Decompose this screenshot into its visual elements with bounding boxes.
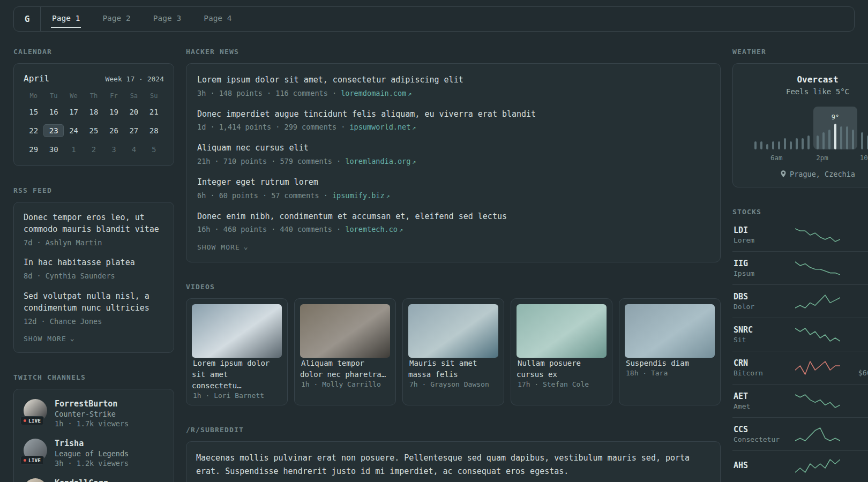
source-link[interactable]: loremdomain.com↗	[341, 89, 411, 97]
page-tab-label: Page 4	[203, 11, 233, 28]
twitch-channel-name[interactable]: KendallCarr	[55, 478, 108, 482]
stock-id: CCS Consectetur	[734, 425, 783, 443]
video-meta: 1h · Lori Barnett	[193, 391, 281, 400]
weather-time-label: 6am	[770, 154, 783, 162]
calendar-day: 16	[43, 106, 63, 118]
twitch-channel-item[interactable]: LIVE ForrestBurton Counter-Strike 1h · 1…	[24, 399, 164, 428]
avatar-wrap: LIVE	[24, 439, 47, 462]
page-tab[interactable]: Page 4	[192, 7, 243, 31]
calendar-day: 17	[64, 106, 84, 118]
calendar-day: 18	[84, 106, 103, 118]
weather-bar	[754, 141, 757, 149]
source-link[interactable]: loremtech.co↗	[345, 225, 403, 234]
calendar-day: 26	[104, 124, 124, 137]
weather-time-label: 10pm	[860, 154, 868, 162]
weather-bar	[802, 138, 804, 149]
subreddit-post-title[interactable]: Maecenas mollis pulvinar erat non posuer…	[196, 453, 690, 476]
widget-title-weather: WEATHER	[732, 48, 868, 56]
rss-item-title[interactable]: Sed volutpat nulla nisl, a condimentum n…	[24, 291, 164, 314]
stock-row[interactable]: IIG Ipsum +2.84% $42.04	[732, 251, 868, 284]
stock-row[interactable]: DBS Dolor +1.42% $156.28	[732, 284, 868, 318]
hackernews-item-title[interactable]: Donec imperdiet augue tincidunt felis al…	[197, 109, 709, 120]
video-title[interactable]: Nullam posuere cursus ex	[517, 359, 581, 379]
video-meta: 1h · Molly Carrillo	[301, 380, 389, 388]
page-tab[interactable]: Page 2	[91, 7, 141, 31]
hackernews-show-more-button[interactable]: SHOW MORE ⌄	[197, 243, 249, 251]
calendar-day-header: Sa	[124, 92, 144, 100]
weather-chart: 9°	[742, 107, 868, 149]
page-tab[interactable]: Page 3	[142, 7, 192, 31]
stock-row[interactable]: CCS Consectetur +0.51% $165.84	[732, 417, 868, 450]
video-thumbnail[interactable]	[192, 304, 282, 358]
weather-bar	[828, 130, 830, 149]
twitch-channel-name[interactable]: ForrestBurton	[55, 399, 129, 409]
dashboard: CALENDAR April Week 17 · 2024 MoTuWeThFr…	[0, 32, 868, 482]
calendar-day: 28	[144, 124, 164, 137]
hackernews-item-title[interactable]: Aliquam nec cursus elit	[197, 142, 709, 154]
external-link-icon: ↗	[408, 90, 411, 97]
video-title[interactable]: Mauris sit amet massa felis	[408, 359, 477, 379]
stock-price: $165.84	[852, 435, 868, 443]
app-logo[interactable]: G	[14, 7, 41, 31]
stock-price: $156.28	[852, 302, 868, 311]
video-title[interactable]: Lorem ipsum dolor sit amet consectetu…	[192, 359, 270, 390]
hackernews-item-title[interactable]: Donec enim nibh, condimentum et accumsan…	[197, 211, 709, 223]
middle-column: HACKER NEWS Lorem ipsum dolor sit amet, …	[186, 48, 721, 482]
video-card[interactable]: Aliquam tempor dolor nec pharetra… 1h · …	[294, 298, 396, 405]
weather-bar	[861, 132, 863, 149]
calendar-day: 20	[124, 106, 144, 118]
calendar-day: 3	[104, 143, 124, 156]
video-meta: 17h · Stefan Cole	[518, 380, 605, 388]
stocks-widget: STOCKS LDI Lorem +4.35% $795.18 IIG Ipsu…	[732, 208, 868, 481]
weather-bar	[817, 135, 819, 149]
rss-item-title[interactable]: Donec tempor eros leo, ut commodo mauris…	[24, 212, 164, 236]
video-card[interactable]: Lorem ipsum dolor sit amet consectetu… 1…	[186, 298, 288, 405]
calendar-grid: MoTuWeThFrSaSu15161718192021222324252627…	[24, 92, 164, 156]
stock-change: +0.51%	[852, 425, 868, 434]
video-title[interactable]: Aliquam tempor dolor nec pharetra…	[300, 359, 386, 379]
stock-symbol: AHS	[734, 461, 783, 470]
video-title[interactable]: Suspendis diam	[626, 359, 689, 367]
rss-item-meta: 7d · Ashlyn Martin	[24, 238, 164, 248]
video-thumbnail[interactable]	[300, 304, 390, 358]
calendar-day: 5	[144, 143, 164, 156]
stock-sparkline	[795, 426, 840, 442]
stock-row[interactable]: LDI Lorem +4.35% $795.18	[732, 223, 868, 251]
stock-row[interactable]: CRN Bitcorn -1.00% $66,171.48	[732, 351, 868, 384]
video-thumbnail[interactable]	[408, 304, 498, 358]
video-thumbnail[interactable]	[625, 304, 715, 358]
twitch-meta: 1h · 1.7k viewers	[55, 419, 129, 428]
hackernews-item-meta: 6h · 60 points · 57 comments · ipsumify.…	[197, 191, 709, 201]
stock-sparkline	[795, 227, 840, 243]
weather-card: Overcast Feels like 5°C 9° 6am2pm10pm Pr…	[732, 63, 868, 187]
source-link[interactable]: loremlandia.org↗	[345, 157, 416, 165]
weather-bar	[784, 138, 786, 149]
stock-symbol: DBS	[734, 292, 783, 302]
page-tab[interactable]: Page 1	[41, 7, 91, 31]
video-card[interactable]: Nullam posuere cursus ex 17h · Stefan Co…	[511, 298, 612, 405]
rss-item-title[interactable]: In hac habitasse platea	[24, 257, 164, 269]
video-card[interactable]: Mauris sit amet massa felis 7h · Grayson…	[402, 298, 504, 405]
source-link[interactable]: ipsumify.biz↗	[332, 191, 390, 200]
source-link[interactable]: ipsumworld.net↗	[349, 123, 416, 131]
stock-row[interactable]: AET Amet +0.92% $499.72	[732, 384, 868, 417]
rss-show-more-button[interactable]: SHOW MORE ⌄	[24, 335, 75, 343]
page-tab-label: Page 3	[152, 11, 182, 28]
video-card[interactable]: Suspendis diam 18h · Tara	[619, 298, 721, 405]
stock-row[interactable]: AHS +0.46%	[732, 450, 868, 481]
twitch-channel-item[interactable]: LIVE Trisha League of Legends 3h · 1.2k …	[24, 439, 164, 468]
stock-row[interactable]: SNRC Sit +1.36% $148.64	[732, 318, 868, 351]
calendar-day-header: Mo	[24, 92, 43, 100]
stock-id: LDI Lorem	[734, 225, 783, 244]
hackernews-item-title[interactable]: Lorem ipsum dolor sit amet, consectetur …	[197, 74, 709, 86]
twitch-widget: TWITCH CHANNELS LIVE ForrestBurton Count…	[13, 373, 174, 482]
twitch-channel-name[interactable]: Trisha	[55, 439, 129, 448]
stock-sparkline	[795, 327, 840, 343]
twitch-game: League of Legends	[55, 449, 129, 458]
videos-widget: VIDEOS Lorem ipsum dolor sit amet consec…	[186, 283, 721, 405]
calendar-day: 29	[24, 143, 43, 156]
twitch-channel-item[interactable]: KendallCarr	[24, 478, 164, 482]
rss-item: Donec tempor eros leo, ut commodo mauris…	[24, 212, 164, 247]
hackernews-item-title[interactable]: Integer eget rutrum lorem	[197, 177, 709, 189]
video-thumbnail[interactable]	[517, 304, 607, 358]
